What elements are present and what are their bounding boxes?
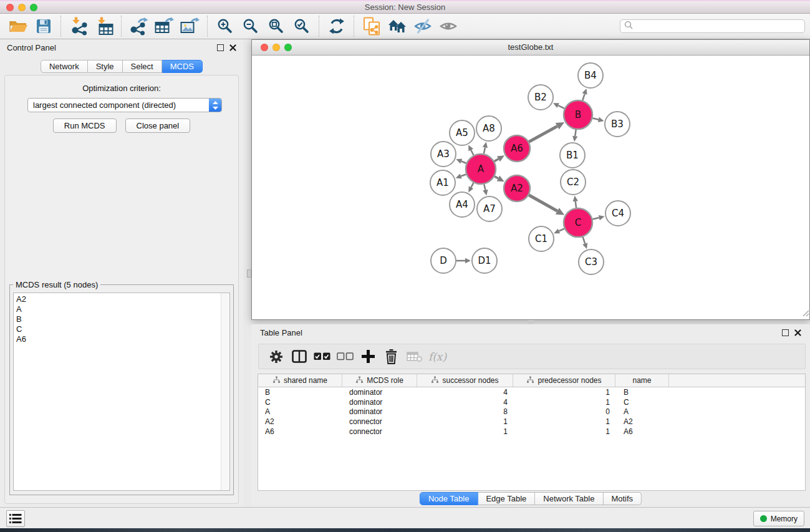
graph-edge-C-C1[interactable]	[559, 229, 564, 231]
result-item[interactable]: A6	[16, 334, 229, 344]
cell-shared_name[interactable]: C	[258, 397, 342, 407]
cell-predecessor_nodes[interactable]: 0	[513, 407, 615, 417]
result-item[interactable]: B	[16, 314, 229, 324]
cell-shared_name[interactable]: A6	[258, 427, 342, 437]
export-network-icon[interactable]	[127, 16, 151, 37]
tab-motifs[interactable]: Motifs	[603, 492, 642, 505]
cell-successor_nodes[interactable]: 1	[417, 427, 513, 437]
graph-node-B[interactable]: B	[564, 100, 592, 129]
graph-node-A3[interactable]: A3	[431, 142, 456, 167]
cell-shared_name[interactable]: A2	[258, 417, 342, 427]
network-window-titlebar[interactable]: testGlobe.txt	[252, 40, 809, 56]
network-snapshot-icon[interactable]	[359, 16, 383, 37]
graph-edge-A-A4[interactable]	[471, 183, 473, 187]
graph-edge-A-A7[interactable]	[484, 184, 485, 190]
graph-edge-B-B2[interactable]	[558, 105, 564, 109]
zoom-out-icon[interactable]	[238, 16, 263, 37]
close-window-button[interactable]	[6, 4, 14, 11]
graph-node-C1[interactable]: C1	[529, 226, 554, 251]
graph-edge-A6-B[interactable]	[529, 126, 557, 142]
cell-name[interactable]: A6	[615, 427, 669, 437]
open-file-icon[interactable]	[6, 16, 30, 37]
graph-node-A8[interactable]: A8	[476, 116, 501, 141]
tab-select[interactable]: Select	[123, 60, 162, 73]
graph-node-C[interactable]: C	[564, 208, 592, 237]
table-row-A2[interactable]: A2connector11A2	[258, 417, 805, 427]
tab-mcds[interactable]: MCDS	[162, 60, 203, 73]
cell-predecessor_nodes[interactable]: 1	[513, 427, 615, 437]
graph-edge-B-B4[interactable]	[582, 94, 584, 101]
select-all-icon[interactable]	[311, 347, 334, 367]
export-table-icon[interactable]	[152, 16, 176, 37]
zoom-in-icon[interactable]	[213, 16, 237, 37]
result-item[interactable]: A	[16, 304, 229, 314]
result-scrollbar[interactable]	[221, 293, 229, 490]
column-header-successor_nodes[interactable]: successor nodes	[417, 374, 513, 387]
hide-selected-icon[interactable]	[410, 16, 435, 37]
graph-edge-A-A6[interactable]	[494, 159, 499, 162]
network-horizontal-scrollbar-thumb[interactable]	[528, 320, 534, 324]
home-icon[interactable]	[385, 16, 409, 37]
search-input[interactable]	[635, 20, 804, 32]
import-network-icon[interactable]	[66, 16, 90, 37]
tab-node-table[interactable]: Node Table	[420, 492, 478, 505]
cell-shared_name[interactable]: A	[258, 407, 342, 417]
graph-edge-A-A8[interactable]	[484, 147, 485, 153]
close-panel-icon[interactable]	[229, 44, 236, 51]
graph-edge-B-B1[interactable]	[575, 130, 576, 137]
mcds-result-list[interactable]: A2ABCA6	[13, 293, 230, 491]
cell-successor_nodes[interactable]: 4	[417, 387, 513, 397]
column-header-mcds_role[interactable]: MCDS role	[342, 374, 417, 387]
run-mcds-button[interactable]: Run MCDS	[53, 118, 117, 133]
export-image-icon[interactable]	[178, 16, 202, 37]
cell-predecessor_nodes[interactable]: 1	[513, 417, 615, 427]
cell-name[interactable]: B	[615, 387, 669, 397]
table-row-C[interactable]: Cdominator41C	[258, 397, 805, 407]
zoom-selected-icon[interactable]	[289, 16, 314, 37]
cell-mcds_role[interactable]: dominator	[342, 397, 417, 407]
resize-handle[interactable]	[801, 308, 809, 319]
delete-row-icon[interactable]	[380, 347, 403, 367]
cell-mcds_role[interactable]: connector	[342, 417, 417, 427]
float-panel-icon[interactable]	[217, 44, 224, 51]
network-vertical-scrollbar-thumb[interactable]	[247, 269, 251, 278]
graph-node-C2[interactable]: C2	[561, 170, 586, 195]
graph-node-A1[interactable]: A1	[430, 170, 455, 195]
optimization-criterion-dropdown[interactable]: largest connected component (directed)	[27, 98, 222, 112]
column-header-predecessor_nodes[interactable]: predecessor nodes	[513, 374, 615, 387]
columns-icon[interactable]	[287, 347, 311, 367]
graph-edge-B-B3[interactable]	[592, 118, 598, 120]
cell-mcds_role[interactable]: dominator	[342, 407, 417, 417]
result-item[interactable]: C	[16, 324, 229, 334]
graph-node-A4[interactable]: A4	[450, 192, 475, 217]
cell-predecessor_nodes[interactable]: 1	[513, 387, 615, 397]
deselect-all-icon[interactable]	[334, 347, 357, 367]
graph-edge-A-A2[interactable]	[494, 177, 498, 178]
refresh-icon[interactable]	[324, 16, 349, 37]
minimize-window-button[interactable]	[18, 4, 26, 11]
graph-edge-A2-C[interactable]	[529, 195, 557, 211]
graph-node-D[interactable]: D	[431, 248, 456, 273]
network-graph-canvas[interactable]: B4B2BB3A8A5A6A3B1AC2A1A2A4A7C4CC1DD1C3	[252, 56, 809, 319]
column-header-name[interactable]: name	[615, 374, 669, 387]
graph-node-A7[interactable]: A7	[477, 196, 502, 221]
tab-network[interactable]: Network	[41, 60, 88, 73]
graph-edge-C-C3[interactable]	[583, 237, 586, 244]
graph-node-B3[interactable]: B3	[605, 112, 630, 137]
tab-style[interactable]: Style	[88, 60, 123, 73]
graph-node-B1[interactable]: B1	[560, 143, 585, 168]
search-box[interactable]	[620, 19, 805, 33]
graph-node-C4[interactable]: C4	[605, 201, 630, 226]
graph-edge-A-A1[interactable]	[461, 174, 466, 176]
close-table-panel-icon[interactable]	[794, 329, 801, 336]
graph-node-B2[interactable]: B2	[528, 85, 553, 110]
close-panel-button[interactable]: Close panel	[125, 118, 191, 133]
graph-node-A[interactable]: A	[466, 154, 496, 184]
zoom-fit-icon[interactable]	[264, 16, 288, 37]
import-table-icon[interactable]	[92, 16, 116, 37]
float-table-panel-icon[interactable]	[782, 329, 789, 336]
column-header-shared_name[interactable]: shared name	[258, 374, 342, 387]
tab-edge-table[interactable]: Edge Table	[478, 492, 535, 505]
dropdown-stepper-icon[interactable]	[209, 99, 221, 112]
cell-mcds_role[interactable]: dominator	[342, 387, 417, 397]
